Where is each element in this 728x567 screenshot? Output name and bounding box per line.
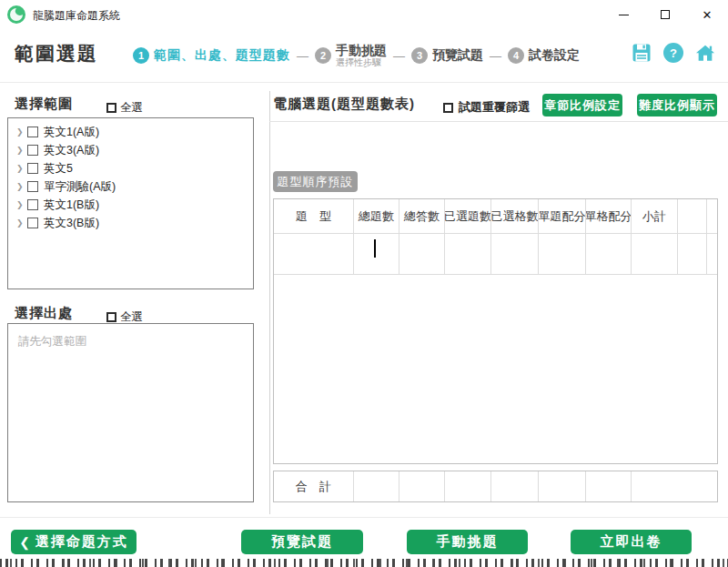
step-3-label: 預覽試題	[432, 47, 483, 64]
chevron-right-icon[interactable]: ❯	[16, 218, 27, 228]
range-select-all-label: 全選	[120, 100, 143, 116]
chevron-right-icon[interactable]: ❯	[16, 182, 27, 191]
tree-item-label: 英文5	[44, 161, 73, 177]
step-3-badge: 3	[411, 47, 428, 64]
total-row-table: 合 計	[273, 471, 718, 502]
total-label: 合 計	[274, 471, 354, 501]
help-icon[interactable]: ?	[663, 43, 683, 63]
step-separator: —	[297, 49, 308, 63]
col-header-subtotal: 小計	[632, 199, 678, 234]
source-select-all-checkbox[interactable]	[106, 312, 116, 322]
range-tree[interactable]: ❯ 英文1(A版) ❯ 英文3(A版) ❯ 英文5 ❯ 單字測驗(A版) ❯ 英…	[7, 117, 254, 289]
range-select-all-checkbox[interactable]	[106, 103, 116, 113]
duplicate-filter[interactable]: 試題重覆篩選	[443, 99, 530, 116]
clipped-text-fragments	[0, 559, 728, 567]
horizontal-divider	[269, 121, 728, 122]
chapter-ratio-button[interactable]: 章節比例設定	[542, 94, 622, 116]
col-header-selected-questions: 已選題數	[445, 199, 491, 234]
source-section-title: 選擇出處	[15, 305, 73, 322]
cell-extra1	[678, 234, 707, 275]
generate-paper-button[interactable]: 立即出卷	[571, 530, 692, 554]
preview-questions-button[interactable]: 預覽試題	[241, 530, 363, 554]
footer-divider	[0, 517, 728, 518]
chevron-right-icon[interactable]: ❯	[16, 200, 27, 209]
cell-total-questions[interactable]	[354, 234, 399, 275]
chevron-left-icon: ❮	[19, 535, 30, 550]
type-order-preset-button[interactable]: 題型順序預設	[273, 171, 358, 192]
tree-item-checkbox[interactable]	[27, 199, 38, 210]
save-icon[interactable]	[632, 43, 652, 63]
tree-item-label: 英文3(A版)	[44, 143, 99, 158]
duplicate-filter-label: 試題重覆篩選	[459, 99, 530, 116]
background-window-sliver	[0, 557, 728, 567]
total-cell	[586, 471, 632, 501]
tree-item-eng3b[interactable]: ❯ 英文3(B版)	[8, 214, 253, 232]
back-button-label: 選擇命題方式	[35, 533, 128, 551]
step-2-label: 手動挑題	[336, 43, 387, 57]
close-icon[interactable]: ✕	[686, 0, 728, 29]
table-row	[274, 234, 717, 275]
wizard-steps: 1 範圍、出處、題型題數 — 2 手動挑題 選擇性步驟 — 3 預覽試題 — 4…	[133, 35, 580, 76]
col-header-selected-blanks: 已選格數	[491, 199, 539, 234]
tree-item-eng5[interactable]: ❯ 英文5	[8, 159, 253, 177]
minimize-icon[interactable]	[602, 0, 644, 29]
col-header-extra1	[678, 199, 707, 234]
tree-item-label: 英文3(B版)	[44, 216, 99, 231]
manual-pick-button[interactable]: 手動挑題	[407, 530, 528, 554]
chevron-right-icon[interactable]: ❯	[16, 146, 27, 155]
tree-item-checkbox[interactable]	[27, 127, 38, 137]
source-list[interactable]: 請先勾選範圍	[7, 323, 254, 502]
step-2-badge: 2	[315, 47, 331, 64]
step-separator: —	[490, 49, 501, 63]
total-cell	[539, 471, 586, 501]
cell-subtotal[interactable]	[632, 234, 678, 275]
total-cell	[491, 471, 539, 501]
col-header-total-questions: 總題數	[354, 199, 399, 234]
step-2-manual-pick: 2 手動挑題 選擇性步驟	[315, 43, 387, 68]
difficulty-ratio-button[interactable]: 難度比例顯示	[637, 94, 717, 116]
step-1-badge: 1	[133, 47, 149, 64]
cell-extra2	[707, 234, 717, 275]
col-header-extra2	[707, 199, 717, 234]
step-4-settings: 4 試卷設定	[508, 47, 580, 64]
cell-selected-questions[interactable]	[445, 234, 491, 275]
computer-pick-title: 電腦選題(題型題數表)	[273, 96, 415, 113]
chevron-right-icon[interactable]: ❯	[16, 127, 27, 137]
maximize-icon[interactable]	[644, 0, 686, 29]
tree-item-checkbox[interactable]	[27, 145, 38, 156]
cell-points-per-blank[interactable]	[586, 234, 632, 275]
vertical-divider	[269, 91, 270, 514]
tree-item-checkbox[interactable]	[27, 163, 38, 174]
cell-points-per-question[interactable]	[539, 234, 586, 275]
tree-item-checkbox[interactable]	[27, 218, 38, 228]
col-header-points-per-blank: 單格配分	[586, 199, 632, 234]
page-title: 範圍選題	[15, 41, 98, 66]
step-3-preview: 3 預覽試題	[411, 47, 483, 64]
text-cursor	[374, 239, 376, 258]
tree-item-label: 英文1(A版)	[44, 125, 99, 140]
back-to-method-button[interactable]: ❮ 選擇命題方式	[11, 530, 136, 554]
app-window: 龍騰題庫命題系統 ✕ 範圍選題 1 範圍、出處、題型題數 — 2 手動挑題 選擇…	[0, 0, 728, 567]
tree-item-eng1b[interactable]: ❯ 英文1(B版)	[8, 196, 253, 214]
total-cell	[399, 471, 445, 501]
total-cell	[632, 471, 717, 501]
table-header-row: 題 型 總題數 總答數 已選題數 已選格數 單題配分 單格配分 小計	[274, 199, 717, 234]
tree-item-vocab-a[interactable]: ❯ 單字測驗(A版)	[8, 177, 253, 196]
tree-item-eng3a[interactable]: ❯ 英文3(A版)	[8, 141, 253, 159]
question-type-table: 題 型 總題數 總答數 已選題數 已選格數 單題配分 單格配分 小計	[273, 198, 718, 464]
step-4-label: 試卷設定	[529, 47, 580, 64]
total-cell	[445, 471, 491, 501]
tree-item-checkbox[interactable]	[27, 181, 38, 192]
cell-selected-blanks[interactable]	[491, 234, 539, 275]
chevron-right-icon[interactable]: ❯	[16, 164, 27, 173]
cell-total-answers[interactable]	[399, 234, 445, 275]
duplicate-filter-checkbox[interactable]	[443, 103, 453, 113]
range-section-title: 選擇範圍	[15, 96, 73, 113]
home-icon[interactable]	[695, 43, 715, 63]
window-title: 龍騰題庫命題系統	[33, 8, 120, 24]
cell-type[interactable]	[274, 234, 354, 275]
step-4-badge: 4	[508, 47, 524, 64]
range-select-all[interactable]: 全選	[106, 100, 143, 116]
tree-item-eng1a[interactable]: ❯ 英文1(A版)	[8, 123, 253, 141]
col-header-type: 題 型	[274, 199, 354, 234]
